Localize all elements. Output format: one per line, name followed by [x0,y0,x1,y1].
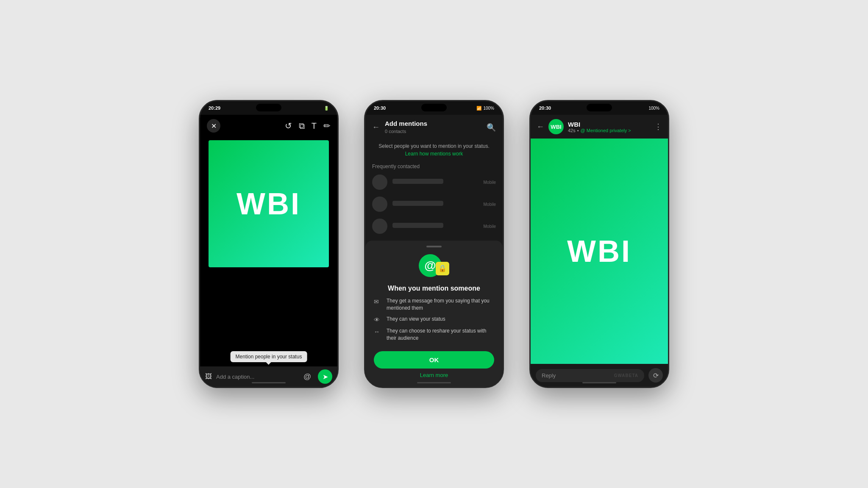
contact-sub-2: Mobile [484,202,496,207]
status-icons-1: 🔋 [324,106,329,111]
wbi-avatar: WBI [548,119,564,134]
time-1: 20:29 [209,105,220,111]
contact-info-3 [392,223,479,230]
contact-name-3 [392,223,443,228]
home-bar-1 [252,382,286,383]
sheet-title: When you mention someone [374,285,494,292]
contact-name-1 [392,179,443,184]
phone1-content: ✕ ↺ ⧉ T ✏ WBI Mention people in your sta… [200,115,337,387]
sheet-item-3: ↔ They can choose to reshare your status… [374,327,494,342]
learn-more-link[interactable]: Learn more [374,372,494,378]
send-button[interactable]: ➤ [318,369,332,384]
lock-icon: 🔒 [436,262,449,275]
p1-toolbar-right: ↺ ⧉ T ✏ [285,121,331,131]
time-ago: 42s [568,128,576,133]
reply-input[interactable]: Reply GWABETA [536,369,644,382]
camera-pill-3 [587,104,612,111]
more-options-button[interactable]: ⋮ [654,122,662,131]
contacts-count: 0 contacts [385,129,406,134]
close-button[interactable]: ✕ [207,119,220,133]
phone-1: 20:29 🔋 ✕ ↺ ⧉ T ✏ WBI Mention people i [199,100,339,388]
battery-2: 100% [483,106,494,111]
search-icon-2[interactable]: 🔍 [487,123,496,132]
home-bar-2 [417,382,451,383]
contact-info-1 [392,179,479,186]
status-bar-3: 20:30 100% [531,101,668,115]
reshare-icon-3: ⟳ [653,372,659,380]
caption-input[interactable]: Add a caption... [216,374,297,380]
mention-info-sheet: @ 🔒 When you mention someone ✉ They get … [365,241,503,387]
wbi-logo-3: WBI [567,234,632,269]
p2-description: Select people you want to mention in you… [365,140,503,151]
contact-avatar-3 [372,219,387,234]
sheet-item-1: ✉ They get a message from you saying tha… [374,297,494,312]
p3-title-area: WBI 42s • @ Mentioned privately > [568,121,650,133]
crop-icon[interactable]: ⧉ [299,121,305,131]
phone-2: 20:30 📶 100% ← Add mentions 0 contacts 🔍… [364,100,504,388]
text-icon[interactable]: T [312,121,317,131]
learn-mentions-link[interactable]: Learn how mentions work [365,151,503,160]
p2-title-area: Add mentions 0 contacts [385,120,427,135]
p1-bottom: Mention people in your status 🖼 Add a ca… [200,366,337,387]
p1-toolbar-left: ✕ [207,119,220,133]
time-2: 20:30 [374,105,386,111]
battery-icon-1: 🔋 [324,106,329,111]
home-bar-3 [582,382,616,383]
back-button-2[interactable]: ← [372,123,380,132]
status-image-1: WBI [209,140,329,267]
wbi-logo-1: WBI [236,186,301,221]
add-mentions-title: Add mentions [385,120,427,127]
sheet-handle [426,246,442,247]
back-button-3[interactable]: ← [537,122,544,131]
eye-icon: 👁 [374,316,382,323]
status-bar-1: 20:29 🔋 [200,101,337,115]
draw-icon[interactable]: ✏ [323,121,331,131]
p3-name: WBI [568,121,650,128]
status-icons-2: 📶 100% [476,106,494,111]
phone3-content: ← WBI WBI 42s • @ Mentioned privately > … [531,115,668,387]
p3-header: ← WBI WBI 42s • @ Mentioned privately > … [531,115,668,139]
mentioned-badge[interactable]: @ Mentioned privately > [581,128,631,133]
ok-button[interactable]: OK [374,351,494,369]
reply-placeholder: Reply [542,372,614,379]
status-icons-3: 100% [648,106,659,111]
power-button-3 [668,152,669,177]
image-caption-icon: 🖼 [205,373,212,380]
phone-3: 20:30 100% ← WBI WBI 42s • @ Mentioned p… [529,100,669,388]
phone2-content: ← Add mentions 0 contacts 🔍 Select peopl… [365,115,503,387]
battery-3: 100% [648,106,659,111]
status-bar-2: 20:30 📶 100% [365,101,503,115]
reshare-button[interactable]: ⟳ [648,368,663,383]
wifi-icon: 📶 [476,106,481,111]
status-image-3: WBI [531,139,668,364]
reshare-icon: ↔ [374,328,382,335]
p2-header: ← Add mentions 0 contacts 🔍 [365,115,503,140]
sheet-item-2: 👁 They can view your status [374,316,494,323]
power-button-2 [503,152,504,177]
contact-item-1[interactable]: Mobile [365,171,503,193]
contact-name-2 [392,201,443,206]
gwabeta-watermark: GWABETA [614,373,638,378]
contact-sub-1: Mobile [484,180,496,185]
send-icon: ➤ [323,373,328,381]
p3-subtitle: 42s • @ Mentioned privately > [568,128,650,133]
p1-toolbar: ✕ ↺ ⧉ T ✏ [200,115,337,137]
camera-pill-2 [421,104,447,111]
sheet-item-text-3: They can choose to reshare your status w… [387,327,494,342]
bullet: • [577,128,579,133]
contact-avatar-1 [372,175,387,190]
contact-info-2 [392,201,479,208]
caption-bar: 🖼 Add a caption... @ ➤ [200,366,337,387]
rotate-icon[interactable]: ↺ [285,121,292,131]
frequently-contacted-label: Frequently contacted [365,160,503,171]
mention-tooltip: Mention people in your status [231,351,307,362]
message-icon: ✉ [374,298,382,305]
at-mention-button[interactable]: @ [301,370,314,383]
sheet-item-text-2: They can view your status [387,316,445,323]
sheet-icon-area: @ 🔒 [374,254,494,280]
contact-item-2[interactable]: Mobile [365,193,503,215]
camera-pill-1 [256,104,281,111]
power-button [337,152,339,177]
contacts-list: Mobile Mobile Mobile [365,171,503,237]
contact-item-3[interactable]: Mobile [365,215,503,237]
